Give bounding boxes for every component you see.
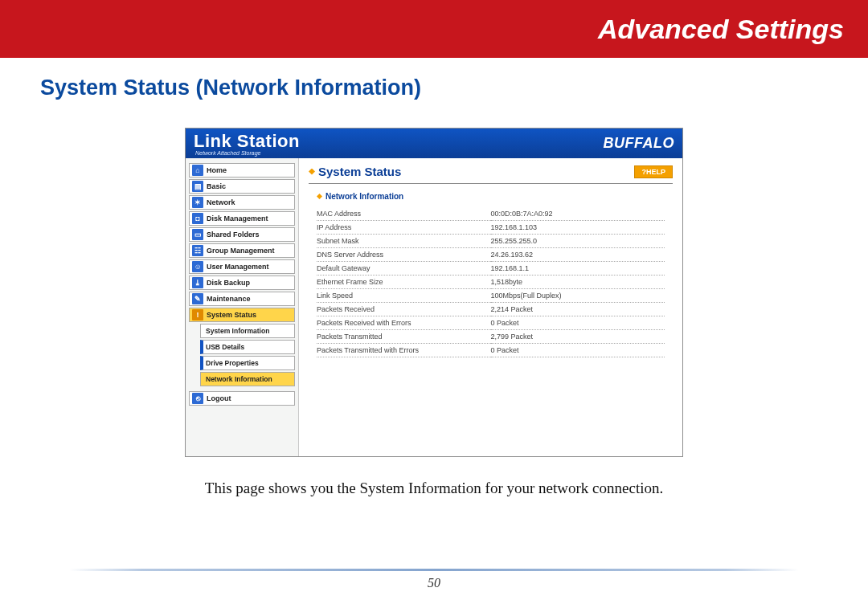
backup-icon: ⤓ bbox=[192, 277, 203, 288]
doc-icon: ▤ bbox=[192, 181, 203, 192]
sidebar-sub-label: Drive Properties bbox=[206, 359, 259, 367]
sidebar-item-system-status[interactable]: !System Status bbox=[189, 308, 295, 322]
brand-right-logo: BUFFALO bbox=[604, 135, 675, 152]
info-label: Subnet Mask bbox=[317, 235, 491, 248]
page-footer: 50 bbox=[0, 569, 868, 590]
info-label: Ethernet Frame Size bbox=[317, 276, 491, 289]
sidebar: ⌂Home ▤Basic ✶Network ◘Disk Management ▭… bbox=[186, 158, 298, 456]
section-title: System Status (Network Information) bbox=[40, 76, 868, 100]
sidebar-sub-system-info[interactable]: System Information bbox=[200, 324, 295, 338]
sidebar-sub-network-info[interactable]: Network Information bbox=[200, 372, 295, 386]
sidebar-sub-usb-details[interactable]: USB Details bbox=[200, 340, 295, 354]
table-row: Link Speed100Mbps(Full Duplex) bbox=[317, 289, 665, 303]
sidebar-item-label: Shared Folders bbox=[207, 231, 260, 239]
table-row: DNS Server Address24.26.193.62 bbox=[317, 248, 665, 262]
info-label: IP Address bbox=[317, 221, 491, 235]
info-value: 0 Packet bbox=[491, 344, 665, 357]
info-value: 192.168.1.1 bbox=[491, 262, 665, 276]
sidebar-item-label: Network bbox=[207, 198, 235, 206]
sidebar-item-shared-folders[interactable]: ▭Shared Folders bbox=[189, 227, 295, 242]
info-label: Link Speed bbox=[317, 289, 491, 303]
sidebar-item-disk-backup[interactable]: ⤓Disk Backup bbox=[189, 276, 295, 290]
logout-icon: ⎋ bbox=[192, 393, 203, 404]
sidebar-item-label: Disk Management bbox=[207, 214, 268, 222]
bullet-icon bbox=[317, 194, 322, 199]
sidebar-item-user-management[interactable]: ☺User Management bbox=[189, 259, 295, 274]
table-row: Packets Transmitted with Errors0 Packet bbox=[317, 344, 665, 357]
bullet-icon bbox=[309, 169, 315, 175]
info-label: Packets Transmitted with Errors bbox=[317, 344, 491, 357]
content-title-row: System Status ?HELP bbox=[309, 165, 673, 178]
info-value: 1,518byte bbox=[491, 276, 665, 289]
sidebar-item-logout[interactable]: ⎋Logout bbox=[189, 391, 295, 406]
content-pane: System Status ?HELP Network Information … bbox=[298, 158, 682, 456]
info-label: DNS Server Address bbox=[317, 248, 491, 262]
app-header: Link Station Network Attached Storage BU… bbox=[186, 129, 682, 158]
network-icon: ✶ bbox=[192, 197, 203, 208]
user-icon: ☺ bbox=[192, 261, 203, 272]
info-value: 24.26.193.62 bbox=[491, 248, 665, 262]
status-icon: ! bbox=[192, 309, 203, 320]
info-value: 192.168.1.103 bbox=[491, 221, 665, 235]
table-row: Subnet Mask255.255.255.0 bbox=[317, 235, 665, 248]
page-number: 50 bbox=[428, 576, 440, 590]
sidebar-item-label: Logout bbox=[207, 394, 231, 402]
footer-divider bbox=[69, 569, 798, 571]
sidebar-item-label: Disk Backup bbox=[207, 279, 250, 287]
folder-icon: ▭ bbox=[192, 229, 203, 240]
info-label: Packets Transmitted bbox=[317, 330, 491, 344]
sidebar-item-maintenance[interactable]: ✎Maintenance bbox=[189, 292, 295, 306]
sidebar-sub-label: USB Details bbox=[206, 343, 244, 351]
brand-left: Link Station Network Attached Storage bbox=[194, 131, 300, 156]
group-icon: ☷ bbox=[192, 245, 203, 256]
sidebar-item-basic[interactable]: ▤Basic bbox=[189, 179, 295, 194]
sidebar-item-disk-management[interactable]: ◘Disk Management bbox=[189, 211, 295, 226]
sub-heading-text: Network Information bbox=[326, 192, 403, 201]
table-row: Packets Received with Errors0 Packet bbox=[317, 316, 665, 330]
sidebar-item-label: Group Management bbox=[207, 247, 275, 255]
info-value: 00:0D:0B:7A:A0:92 bbox=[491, 207, 665, 221]
app-body: ⌂Home ▤Basic ✶Network ◘Disk Management ▭… bbox=[186, 158, 682, 456]
banner: Advanced Settings bbox=[0, 0, 868, 58]
sidebar-item-label: Maintenance bbox=[207, 295, 251, 303]
sidebar-item-home[interactable]: ⌂Home bbox=[189, 163, 295, 178]
sidebar-sub-drive-properties[interactable]: Drive Properties bbox=[200, 356, 295, 370]
divider bbox=[309, 183, 673, 184]
caption: This page shows you the System Informati… bbox=[0, 480, 868, 497]
info-label: Default Gateway bbox=[317, 262, 491, 276]
home-icon: ⌂ bbox=[192, 165, 203, 176]
network-info-table: MAC Address00:0D:0B:7A:A0:92 IP Address1… bbox=[317, 207, 665, 357]
sidebar-item-group-management[interactable]: ☷Group Management bbox=[189, 243, 295, 258]
sidebar-item-label: System Status bbox=[207, 311, 256, 319]
info-value: 2,799 Packet bbox=[491, 330, 665, 344]
info-value: 0 Packet bbox=[491, 316, 665, 330]
info-value: 255.255.255.0 bbox=[491, 235, 665, 248]
table-row: Default Gateway192.168.1.1 bbox=[317, 262, 665, 276]
content-title-text: System Status bbox=[318, 165, 401, 178]
help-button[interactable]: ?HELP bbox=[634, 165, 673, 178]
table-row: Packets Transmitted2,799 Packet bbox=[317, 330, 665, 344]
table-row: MAC Address00:0D:0B:7A:A0:92 bbox=[317, 207, 665, 221]
sub-heading: Network Information bbox=[317, 192, 673, 201]
info-label: Packets Received with Errors bbox=[317, 316, 491, 330]
sidebar-item-label: User Management bbox=[207, 263, 269, 271]
table-row: Ethernet Frame Size1,518byte bbox=[317, 276, 665, 289]
info-value: 100Mbps(Full Duplex) bbox=[491, 289, 665, 303]
wrench-icon: ✎ bbox=[192, 293, 203, 304]
brand-left-text: Link Station bbox=[194, 131, 300, 151]
sidebar-item-network[interactable]: ✶Network bbox=[189, 195, 295, 210]
info-label: MAC Address bbox=[317, 207, 491, 221]
sidebar-item-label: Home bbox=[207, 166, 227, 174]
banner-title: Advanced Settings bbox=[598, 14, 844, 45]
brand-left-subtitle: Network Attached Storage bbox=[195, 150, 300, 156]
disk-icon: ◘ bbox=[192, 213, 203, 224]
sidebar-sub-label: System Information bbox=[206, 327, 269, 335]
content-title: System Status bbox=[309, 165, 401, 178]
app-window: Link Station Network Attached Storage BU… bbox=[185, 128, 683, 457]
table-row: IP Address192.168.1.103 bbox=[317, 221, 665, 235]
info-label: Packets Received bbox=[317, 303, 491, 316]
table-row: Packets Received2,214 Packet bbox=[317, 303, 665, 316]
sidebar-item-label: Basic bbox=[207, 182, 226, 190]
sidebar-sub-label: Network Information bbox=[206, 375, 272, 383]
info-value: 2,214 Packet bbox=[491, 303, 665, 316]
